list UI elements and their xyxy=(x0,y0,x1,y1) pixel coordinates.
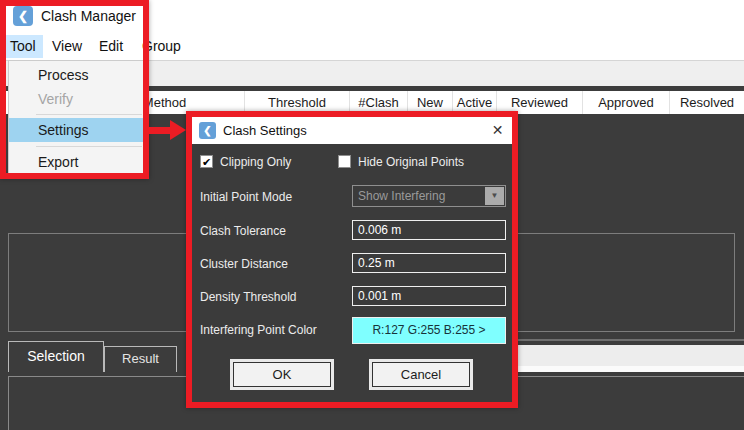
initial-point-mode-label: Initial Point Mode xyxy=(200,190,292,204)
initial-point-mode-dropdown[interactable]: Show Interfering ▼ xyxy=(352,185,506,207)
screen: ❮ Clash Manager Tool View Edit Group Cla… xyxy=(0,0,744,430)
splitter-band-lower xyxy=(500,366,744,372)
cluster-distance-input[interactable]: 0.25 m xyxy=(352,253,506,273)
dropdown-value: Show Interfering xyxy=(358,189,445,203)
clipping-only-checkbox[interactable]: ✔ xyxy=(200,155,213,168)
clash-settings-dialog: ❮ Clash Settings ✕ ✔ Clipping Only Hide … xyxy=(192,117,512,402)
density-threshold-input[interactable]: 0.001 m xyxy=(352,286,506,306)
dialog-title: Clash Settings xyxy=(223,123,307,138)
splitter-line xyxy=(500,339,744,341)
interfering-point-color-button[interactable]: R:127 G:255 B:255 > xyxy=(352,317,506,344)
ok-button[interactable]: OK xyxy=(233,362,331,387)
annotation-box-menu xyxy=(0,0,149,179)
clipping-only-label: Clipping Only xyxy=(220,155,291,169)
dialog-app-icon: ❮ xyxy=(199,122,216,139)
dialog-titlebar: ❮ Clash Settings ✕ xyxy=(192,117,512,144)
chevron-down-icon[interactable]: ▼ xyxy=(485,187,504,205)
column-header-resolved[interactable]: Resolved xyxy=(670,91,744,114)
splitter-band[interactable] xyxy=(500,345,744,366)
tab-result[interactable]: Result xyxy=(104,346,177,372)
interfering-point-color-label: Interfering Point Color xyxy=(200,323,317,337)
annotation-arrow-head xyxy=(170,120,186,140)
column-header-approved[interactable]: Approved xyxy=(583,91,670,114)
density-threshold-label: Density Threshold xyxy=(200,290,297,304)
check-icon: ✔ xyxy=(202,156,211,168)
cancel-button[interactable]: Cancel xyxy=(372,362,470,387)
hide-original-points-checkbox[interactable] xyxy=(338,155,351,168)
clash-tolerance-input[interactable]: 0.006 m xyxy=(352,220,506,240)
clash-tolerance-label: Clash Tolerance xyxy=(200,224,286,238)
hide-original-points-label: Hide Original Points xyxy=(358,155,464,169)
chevron-left-icon: ❮ xyxy=(203,125,211,136)
cluster-distance-label: Cluster Distance xyxy=(200,257,288,271)
tab-selection[interactable]: Selection xyxy=(8,341,104,372)
close-icon[interactable]: ✕ xyxy=(488,121,507,140)
